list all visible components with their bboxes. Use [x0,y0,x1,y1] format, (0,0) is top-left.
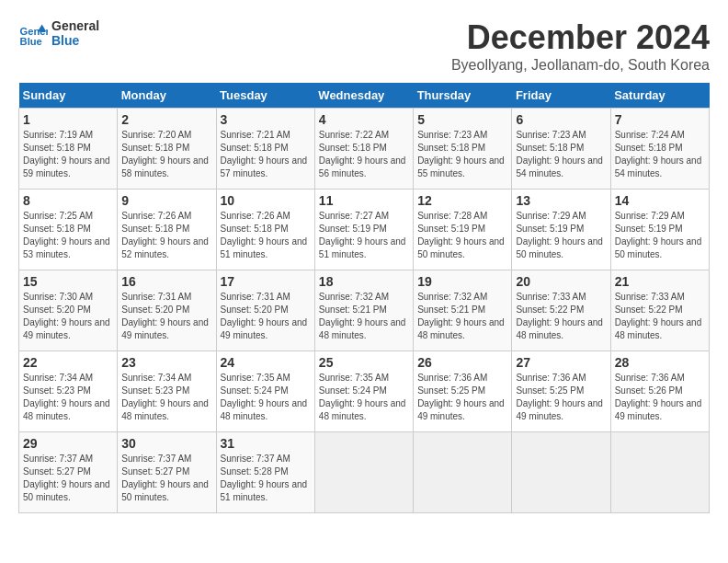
day-number: 3 [221,112,311,127]
day-number: 1 [23,112,113,127]
day-info: Sunrise: 7:28 AM Sunset: 5:19 PM Dayligh… [417,210,507,261]
table-row: 3 Sunrise: 7:21 AM Sunset: 5:18 PM Dayli… [216,109,314,190]
calendar-header-thursday: Thursday [414,83,512,109]
table-row: 5 Sunrise: 7:23 AM Sunset: 5:18 PM Dayli… [414,109,512,190]
day-info: Sunrise: 7:37 AM Sunset: 5:28 PM Dayligh… [221,453,311,504]
day-number: 31 [221,436,311,451]
calendar-header-sunday: Sunday [19,83,118,109]
day-info: Sunrise: 7:30 AM Sunset: 5:20 PM Dayligh… [23,291,113,342]
day-info: Sunrise: 7:33 AM Sunset: 5:22 PM Dayligh… [615,291,705,342]
calendar-week-2: 8 Sunrise: 7:25 AM Sunset: 5:18 PM Dayli… [19,190,710,270]
day-number: 10 [221,193,311,208]
day-number: 12 [417,193,507,208]
day-info: Sunrise: 7:37 AM Sunset: 5:27 PM Dayligh… [23,453,113,504]
day-number: 26 [417,355,507,370]
day-number: 29 [23,436,113,451]
day-info: Sunrise: 7:26 AM Sunset: 5:18 PM Dayligh… [221,210,311,261]
day-number: 19 [417,274,507,289]
calendar-header-tuesday: Tuesday [216,83,314,109]
day-info: Sunrise: 7:36 AM Sunset: 5:25 PM Dayligh… [417,372,507,423]
table-row: 16 Sunrise: 7:31 AM Sunset: 5:20 PM Dayl… [118,270,216,351]
table-row: 8 Sunrise: 7:25 AM Sunset: 5:18 PM Dayli… [19,190,118,270]
table-row: 19 Sunrise: 7:32 AM Sunset: 5:21 PM Dayl… [414,270,512,351]
table-row [314,432,413,513]
table-row [512,432,610,513]
calendar-header-saturday: Saturday [610,83,709,109]
table-row: 6 Sunrise: 7:23 AM Sunset: 5:18 PM Dayli… [512,109,610,190]
table-row: 20 Sunrise: 7:33 AM Sunset: 5:22 PM Dayl… [512,270,610,351]
day-info: Sunrise: 7:36 AM Sunset: 5:25 PM Dayligh… [516,372,606,423]
day-info: Sunrise: 7:24 AM Sunset: 5:18 PM Dayligh… [615,129,705,180]
table-row: 24 Sunrise: 7:35 AM Sunset: 5:24 PM Dayl… [216,351,314,432]
day-info: Sunrise: 7:36 AM Sunset: 5:26 PM Dayligh… [615,372,705,423]
day-number: 17 [221,274,311,289]
page-header: General Blue General Blue December 2024 … [18,18,710,74]
location-subtitle: Byeollyang, Jeollanam-do, South Korea [451,57,710,74]
calendar-header-wednesday: Wednesday [314,83,413,109]
day-number: 4 [319,112,409,127]
table-row: 23 Sunrise: 7:34 AM Sunset: 5:23 PM Dayl… [118,351,216,432]
day-number: 30 [121,436,211,451]
table-row: 2 Sunrise: 7:20 AM Sunset: 5:18 PM Dayli… [118,109,216,190]
table-row: 13 Sunrise: 7:29 AM Sunset: 5:19 PM Dayl… [512,190,610,270]
table-row: 25 Sunrise: 7:35 AM Sunset: 5:24 PM Dayl… [314,351,413,432]
table-row: 11 Sunrise: 7:27 AM Sunset: 5:19 PM Dayl… [314,190,413,270]
calendar-week-1: 1 Sunrise: 7:19 AM Sunset: 5:18 PM Dayli… [19,109,710,190]
svg-text:Blue: Blue [20,36,42,47]
day-info: Sunrise: 7:34 AM Sunset: 5:23 PM Dayligh… [121,372,211,423]
table-row: 1 Sunrise: 7:19 AM Sunset: 5:18 PM Dayli… [19,109,118,190]
table-row [610,432,709,513]
day-info: Sunrise: 7:34 AM Sunset: 5:23 PM Dayligh… [23,372,113,423]
day-info: Sunrise: 7:21 AM Sunset: 5:18 PM Dayligh… [221,129,311,180]
month-title: December 2024 [451,18,710,57]
day-info: Sunrise: 7:27 AM Sunset: 5:19 PM Dayligh… [319,210,409,261]
day-number: 2 [121,112,211,127]
logo: General Blue General Blue [18,18,99,48]
table-row: 22 Sunrise: 7:34 AM Sunset: 5:23 PM Dayl… [19,351,118,432]
calendar-header-monday: Monday [118,83,216,109]
day-number: 7 [615,112,705,127]
table-row: 26 Sunrise: 7:36 AM Sunset: 5:25 PM Dayl… [414,351,512,432]
day-info: Sunrise: 7:25 AM Sunset: 5:18 PM Dayligh… [23,210,113,261]
day-number: 16 [121,274,211,289]
day-info: Sunrise: 7:37 AM Sunset: 5:27 PM Dayligh… [121,453,211,504]
day-number: 5 [417,112,507,127]
table-row: 9 Sunrise: 7:26 AM Sunset: 5:18 PM Dayli… [118,190,216,270]
day-number: 25 [319,355,409,370]
day-number: 8 [23,193,113,208]
day-info: Sunrise: 7:35 AM Sunset: 5:24 PM Dayligh… [319,372,409,423]
day-info: Sunrise: 7:19 AM Sunset: 5:18 PM Dayligh… [23,129,113,180]
day-number: 22 [23,355,113,370]
day-info: Sunrise: 7:22 AM Sunset: 5:18 PM Dayligh… [319,129,409,180]
day-info: Sunrise: 7:33 AM Sunset: 5:22 PM Dayligh… [516,291,606,342]
table-row: 28 Sunrise: 7:36 AM Sunset: 5:26 PM Dayl… [610,351,709,432]
table-row: 30 Sunrise: 7:37 AM Sunset: 5:27 PM Dayl… [118,432,216,513]
logo-blue: Blue [51,33,99,48]
day-number: 6 [516,112,606,127]
table-row: 7 Sunrise: 7:24 AM Sunset: 5:18 PM Dayli… [610,109,709,190]
day-info: Sunrise: 7:31 AM Sunset: 5:20 PM Dayligh… [121,291,211,342]
table-row: 10 Sunrise: 7:26 AM Sunset: 5:18 PM Dayl… [216,190,314,270]
day-number: 11 [319,193,409,208]
calendar-week-3: 15 Sunrise: 7:30 AM Sunset: 5:20 PM Dayl… [19,270,710,351]
day-number: 24 [221,355,311,370]
day-info: Sunrise: 7:23 AM Sunset: 5:18 PM Dayligh… [417,129,507,180]
logo-general: General [51,18,99,33]
calendar-table: SundayMondayTuesdayWednesdayThursdayFrid… [18,83,710,513]
table-row: 29 Sunrise: 7:37 AM Sunset: 5:27 PM Dayl… [19,432,118,513]
day-info: Sunrise: 7:23 AM Sunset: 5:18 PM Dayligh… [516,129,606,180]
day-number: 27 [516,355,606,370]
logo-icon: General Blue [18,18,48,48]
calendar-week-4: 22 Sunrise: 7:34 AM Sunset: 5:23 PM Dayl… [19,351,710,432]
table-row: 27 Sunrise: 7:36 AM Sunset: 5:25 PM Dayl… [512,351,610,432]
day-info: Sunrise: 7:20 AM Sunset: 5:18 PM Dayligh… [121,129,211,180]
day-number: 15 [23,274,113,289]
day-info: Sunrise: 7:35 AM Sunset: 5:24 PM Dayligh… [221,372,311,423]
day-info: Sunrise: 7:29 AM Sunset: 5:19 PM Dayligh… [516,210,606,261]
table-row: 31 Sunrise: 7:37 AM Sunset: 5:28 PM Dayl… [216,432,314,513]
day-info: Sunrise: 7:26 AM Sunset: 5:18 PM Dayligh… [121,210,211,261]
table-row: 17 Sunrise: 7:31 AM Sunset: 5:20 PM Dayl… [216,270,314,351]
day-number: 14 [615,193,705,208]
table-row: 21 Sunrise: 7:33 AM Sunset: 5:22 PM Dayl… [610,270,709,351]
title-block: December 2024 Byeollyang, Jeollanam-do, … [451,18,710,74]
